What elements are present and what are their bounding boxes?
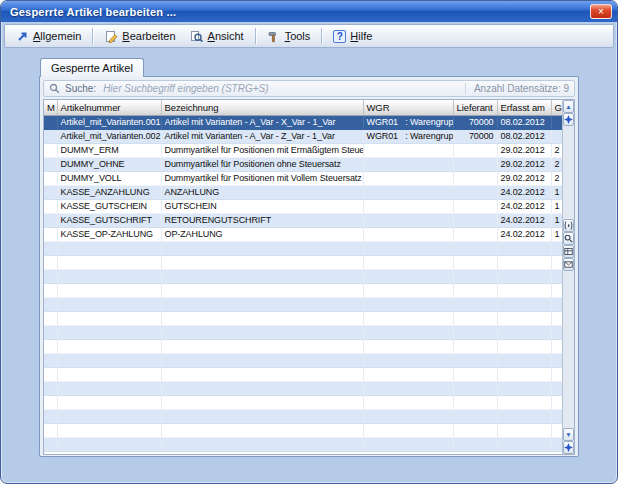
column-header-erfasst-am[interactable]: Erfasst am	[497, 100, 551, 115]
table-row-empty[interactable]	[44, 325, 562, 339]
toolbar-button-allgemein[interactable]: Allgemein	[9, 27, 87, 46]
content-area: Gesperrte Artikel Suche: Anzahl Datensät…	[1, 48, 617, 457]
toolbar-button-bearbeiten[interactable]: Bearbeiten	[98, 27, 181, 46]
table-row-empty[interactable]	[44, 297, 562, 311]
scrollbar-track[interactable]	[563, 126, 574, 219]
table-row-empty[interactable]	[44, 395, 562, 409]
table-row[interactable]: KASSE_GUTSCHEINGUTSCHEIN24.02.20121	[44, 199, 562, 213]
table-row[interactable]: KASSE_OP-ZAHLUNGOP-ZAHLUNG24.02.20121	[44, 227, 562, 241]
column-settings-button[interactable]	[563, 245, 574, 258]
scroll-up-button[interactable]: ▲	[563, 100, 574, 113]
toolbar-button-ansicht[interactable]: Ansicht	[184, 27, 250, 46]
arrow-up-icon: ▲	[565, 103, 571, 110]
selection-button[interactable]	[563, 219, 574, 232]
column-header-marker[interactable]: M	[44, 100, 57, 115]
help-icon: ?	[333, 30, 346, 43]
header-row: M Artikelnummer Bezeichnung WGR Lieferan…	[44, 100, 562, 115]
toolbar: Allgemein Bearbeiten Ansicht Tools ? Hil…	[4, 24, 614, 48]
table-row-empty[interactable]	[44, 311, 562, 325]
table-row-empty[interactable]	[44, 241, 562, 255]
toolbar-button-label: Ansicht	[208, 30, 244, 42]
table-row-empty[interactable]	[44, 339, 562, 353]
star-icon	[564, 115, 573, 124]
titlebar[interactable]: Gesperrte Artikel bearbeiten ... ×	[1, 1, 617, 22]
search-row-button[interactable]	[563, 232, 574, 245]
table-row[interactable]: DUMMY_OHNEDummyartikel für Positionen oh…	[44, 157, 562, 171]
parentheses-icon	[564, 221, 573, 230]
table-row-empty[interactable]	[44, 353, 562, 367]
grid-icon	[564, 247, 573, 256]
search-icon	[49, 83, 60, 94]
close-icon: ×	[598, 7, 604, 17]
magnifier-document-icon	[190, 30, 204, 43]
grid-scrollbar: ▲	[562, 99, 575, 455]
toolbar-button-tools[interactable]: Tools	[261, 27, 317, 46]
grid-area: M Artikelnummer Bezeichnung WGR Lieferan…	[43, 99, 575, 455]
scrollbar-track[interactable]	[563, 271, 574, 428]
star-icon	[564, 443, 573, 452]
table-row-empty[interactable]	[44, 283, 562, 297]
record-next-button[interactable]	[563, 441, 574, 454]
toolbar-button-label: Bearbeiten	[122, 30, 175, 42]
tab-gesperrte-artikel[interactable]: Gesperrte Artikel	[40, 58, 144, 77]
table-row-empty[interactable]	[44, 381, 562, 395]
hammer-icon	[267, 30, 281, 43]
column-header-bezeichnung[interactable]: Bezeichnung	[161, 100, 363, 115]
mail-button[interactable]	[563, 258, 574, 271]
column-header-g[interactable]: G	[551, 100, 562, 115]
toolbar-button-label: Hilfe	[350, 30, 372, 42]
toolbar-separator	[321, 28, 322, 44]
table-row[interactable]: KASSE_ANZAHLUNGANZAHLUNG24.02.20121	[44, 185, 562, 199]
search-bar: Suche: Anzahl Datensätze: 9	[43, 80, 575, 97]
search-input[interactable]	[101, 82, 460, 95]
grid-table: M Artikelnummer Bezeichnung WGR Lieferan…	[43, 99, 562, 455]
envelope-icon	[564, 260, 573, 269]
search-label: Suche:	[65, 83, 96, 94]
record-prev-button[interactable]	[563, 113, 574, 126]
toolbar-separator	[92, 28, 93, 44]
table-row-empty[interactable]	[44, 409, 562, 423]
record-count: Anzahl Datensätze: 9	[465, 83, 569, 94]
toolbar-button-label: Tools	[285, 30, 311, 42]
arrow-down-icon: ▼	[565, 431, 571, 438]
scroll-down-button[interactable]: ▼	[563, 428, 574, 441]
table-row-empty[interactable]	[44, 367, 562, 381]
toolbar-button-label: Allgemein	[33, 30, 81, 42]
column-header-artikelnummer[interactable]: Artikelnummer	[57, 100, 161, 115]
toolbar-separator	[255, 28, 256, 44]
window: Gesperrte Artikel bearbeiten ... × Allge…	[0, 0, 618, 484]
column-header-wgr[interactable]: WGR	[363, 100, 453, 115]
column-header-lieferant[interactable]: Lieferant	[453, 100, 497, 115]
table-row[interactable]: DUMMY_ERMDummyartikel für Positionen mit…	[44, 143, 562, 157]
table-row[interactable]: Artikel_mit_Varianten.001Artikel mit Var…	[44, 115, 562, 129]
window-title: Gesperrte Artikel bearbeiten ...	[10, 6, 590, 18]
table-row-empty[interactable]	[44, 423, 562, 437]
toolbar-button-hilfe[interactable]: ? Hilfe	[327, 27, 378, 46]
close-button[interactable]: ×	[590, 4, 612, 19]
table-row[interactable]: KASSE_GUTSCHRIFTRETOURENGUTSCHRIFT24.02.…	[44, 213, 562, 227]
table-row-empty[interactable]	[44, 255, 562, 269]
arrow-up-right-icon	[15, 30, 29, 43]
table-row[interactable]: Artikel_mit_Varianten.002Artikel mit Var…	[44, 129, 562, 143]
tab-panel: Suche: Anzahl Datensätze: 9 M Artikelnum…	[39, 76, 579, 457]
magnifier-icon	[564, 234, 573, 243]
table-row[interactable]: DUMMY_VOLLDummyartikel für Positionen mi…	[44, 171, 562, 185]
table-row-empty[interactable]	[44, 269, 562, 283]
tab-strip: Gesperrte Artikel	[39, 57, 579, 76]
pencil-icon	[104, 30, 118, 43]
table-row-empty[interactable]	[44, 437, 562, 451]
